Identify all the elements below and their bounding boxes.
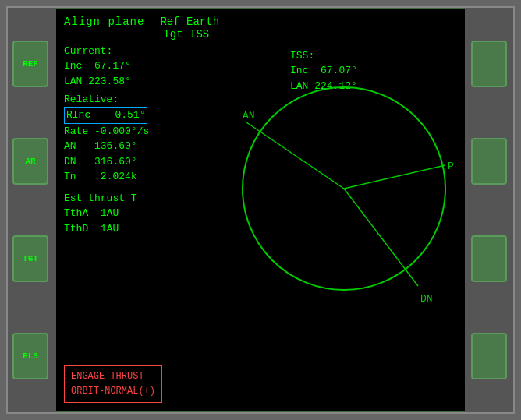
rinc-label: RInc bbox=[66, 109, 90, 121]
engage-line2: ORBIT-NORMAL(+) bbox=[71, 384, 155, 399]
dn-line-svg bbox=[344, 189, 418, 286]
p-diagram-label: P bbox=[448, 161, 454, 172]
ref-label: Ref bbox=[160, 16, 179, 28]
dn-value: 316.60° bbox=[94, 156, 137, 168]
an-line-svg bbox=[246, 122, 344, 189]
ttha-label: TthA bbox=[64, 207, 88, 219]
ttha-value: 1AU bbox=[101, 207, 119, 219]
dn-label: DN bbox=[64, 156, 76, 168]
left-button-panel: REF AR TGT ELS bbox=[8, 8, 55, 412]
rate-label: Rate bbox=[64, 125, 88, 137]
ref-value: Earth bbox=[186, 16, 219, 28]
ref-tgt-block: Ref Earth Tgt ISS bbox=[160, 16, 219, 41]
right-button-panel bbox=[466, 8, 513, 412]
dn-diagram-label: DN bbox=[420, 293, 433, 305]
tthd-value: 1AU bbox=[101, 223, 119, 235]
current-inc-label: Inc bbox=[64, 60, 82, 72]
right-btn-4[interactable] bbox=[471, 333, 507, 379]
center-panel: Align plane Ref Earth Tgt ISS Current: I… bbox=[55, 8, 466, 412]
title-row: Align plane Ref Earth Tgt ISS bbox=[64, 16, 457, 41]
main-container: REF AR TGT ELS Align plane Ref Earth Tgt… bbox=[6, 6, 515, 414]
tgt-label: Tgt bbox=[163, 28, 183, 41]
an-diagram-label: AN bbox=[243, 110, 255, 122]
current-lan-value: 223.58° bbox=[88, 76, 131, 87]
right-btn-2[interactable] bbox=[471, 138, 507, 185]
engage-thrust-box[interactable]: ENGAGE THRUST ORBIT-NORMAL(+) bbox=[64, 365, 162, 403]
right-btn-1[interactable] bbox=[471, 41, 507, 87]
align-plane-title: Align plane bbox=[64, 16, 144, 41]
ar-button[interactable]: AR bbox=[12, 138, 48, 185]
orbit-diagram: AN P DN bbox=[231, 52, 457, 325]
ref-button[interactable]: REF bbox=[12, 41, 48, 87]
els-button[interactable]: ELS bbox=[12, 333, 48, 379]
engage-line1: ENGAGE THRUST bbox=[71, 369, 155, 384]
tthd-label: TthD bbox=[64, 223, 88, 235]
tn-value: 2.024k bbox=[101, 171, 137, 182]
tn-label: Tn bbox=[64, 171, 76, 182]
rate-value: -0.000°/s bbox=[94, 125, 149, 137]
orbit-svg: AN P DN bbox=[231, 52, 457, 325]
p-line-svg bbox=[344, 165, 445, 189]
tgt-value: ISS bbox=[190, 28, 209, 41]
rinc-highlight: RInc 0.51° bbox=[64, 107, 147, 124]
current-inc-value: 67.17° bbox=[94, 60, 131, 72]
current-lan-label: LAN bbox=[64, 76, 82, 87]
right-btn-3[interactable] bbox=[471, 235, 507, 282]
outer-frame: REF AR TGT ELS Align plane Ref Earth Tgt… bbox=[0, 0, 521, 420]
an-label: AN bbox=[64, 140, 76, 152]
an-value: 136.60° bbox=[94, 140, 137, 152]
rinc-value: 0.51° bbox=[115, 109, 145, 121]
tgt-button[interactable]: TGT bbox=[12, 235, 48, 282]
